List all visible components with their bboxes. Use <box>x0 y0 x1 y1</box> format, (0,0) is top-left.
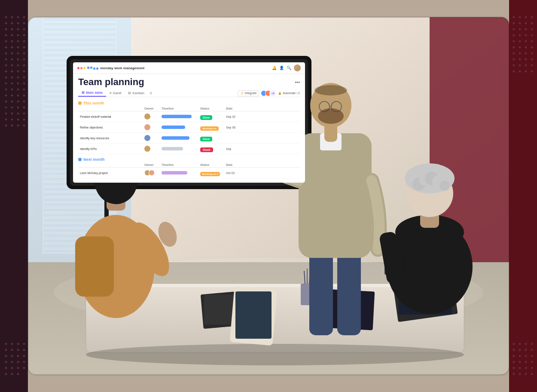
automate-button[interactable]: 🔒 Automate / 2 <box>278 92 300 95</box>
status-badge: Working on <box>200 126 219 131</box>
svg-point-96 <box>11 367 13 369</box>
svg-point-4 <box>11 16 13 18</box>
svg-point-97 <box>17 367 19 369</box>
col-owner: Owner <box>143 107 160 110</box>
avatar <box>294 64 301 71</box>
svg-point-79 <box>5 343 7 345</box>
svg-point-155 <box>513 361 515 363</box>
svg-point-61 <box>17 101 19 103</box>
svg-point-160 <box>519 367 521 369</box>
svg-point-64 <box>11 107 13 109</box>
svg-point-133 <box>525 58 527 61</box>
svg-point-145 <box>525 343 527 345</box>
svg-point-139 <box>513 70 515 73</box>
tab-gantt[interactable]: ≡ Gantt <box>106 90 125 96</box>
svg-point-81 <box>17 343 19 345</box>
tab-add[interactable]: + <box>148 90 154 96</box>
svg-point-45 <box>17 77 19 79</box>
gantt-icon: ≡ <box>110 91 112 95</box>
status-badge: Working on it <box>200 172 220 176</box>
svg-point-91 <box>5 361 7 363</box>
search-icon[interactable]: 🔍 <box>287 66 291 70</box>
svg-point-149 <box>525 349 527 351</box>
svg-point-21 <box>17 40 19 43</box>
svg-point-56 <box>11 95 13 97</box>
avatar-count: +2 <box>269 90 276 96</box>
svg-point-12 <box>11 28 13 31</box>
more-options-icon[interactable]: ••• <box>295 80 300 85</box>
svg-point-6 <box>23 16 25 18</box>
table-row: Finalize kickoff material Done Sep 02 <box>78 111 300 122</box>
svg-point-11 <box>5 28 7 31</box>
task-name: Leon McGary project <box>78 171 143 175</box>
col-owner-nm: Owner <box>143 163 160 166</box>
person-icon[interactable]: 👤 <box>279 66 284 70</box>
svg-point-140 <box>519 70 521 73</box>
svg-point-85 <box>17 349 19 351</box>
svg-point-77 <box>17 125 19 127</box>
bell-icon[interactable]: 🔔 <box>272 66 277 70</box>
integrate-icon: ⚡ <box>240 92 244 95</box>
app-logo: monday work management <box>77 66 144 70</box>
task-name: Identify key resources <box>78 136 143 141</box>
status-cell: Working on <box>198 122 224 132</box>
svg-point-162 <box>531 367 533 369</box>
svg-point-75 <box>5 125 7 127</box>
svg-point-121 <box>525 40 527 43</box>
svg-point-92 <box>11 361 13 363</box>
svg-point-147 <box>513 349 515 351</box>
svg-point-80 <box>11 343 13 345</box>
svg-point-156 <box>519 361 521 363</box>
group-next-month: Next month Owner Timeline Status Date Le… <box>78 156 300 178</box>
svg-point-109 <box>525 22 527 24</box>
svg-point-132 <box>519 58 521 61</box>
svg-point-44 <box>11 77 13 79</box>
svg-point-65 <box>17 107 19 109</box>
svg-point-125 <box>525 46 527 49</box>
svg-point-118 <box>531 34 533 37</box>
svg-rect-232 <box>235 291 272 339</box>
svg-point-48 <box>11 83 13 85</box>
svg-point-42 <box>23 70 25 73</box>
svg-point-144 <box>519 343 521 345</box>
col-timeline-nm: Timeline <box>160 163 198 166</box>
svg-point-159 <box>513 367 515 369</box>
svg-point-47 <box>5 83 7 85</box>
svg-point-86 <box>23 349 25 351</box>
svg-point-127 <box>513 52 515 55</box>
date-cell <box>224 137 244 139</box>
svg-point-137 <box>525 64 527 67</box>
svg-point-138 <box>531 64 533 67</box>
svg-point-148 <box>519 349 521 351</box>
automate-label: Automate / 2 <box>283 92 300 95</box>
tab-main-table[interactable]: ⊞ Main table <box>78 89 106 97</box>
svg-point-24 <box>11 46 13 49</box>
svg-point-66 <box>23 107 25 109</box>
svg-point-165 <box>525 373 527 375</box>
integrate-button[interactable]: ⚡ Integrate <box>238 90 259 96</box>
status-cell: Done <box>198 112 224 121</box>
svg-point-228 <box>86 344 464 365</box>
header-icons: 🔔 👤 🔍 <box>272 64 301 71</box>
svg-rect-172 <box>43 22 116 26</box>
svg-point-131 <box>513 58 515 61</box>
svg-point-157 <box>525 361 527 363</box>
col-timeline: Timeline <box>160 107 198 110</box>
owner-cell <box>143 169 160 177</box>
svg-rect-173 <box>43 28 116 31</box>
svg-point-59 <box>5 101 7 103</box>
col-date: Date <box>224 107 244 110</box>
svg-point-255 <box>318 108 344 124</box>
tab-kanban[interactable]: ⊟ Kanban <box>125 90 148 96</box>
svg-point-84 <box>11 349 13 351</box>
svg-point-36 <box>11 64 13 67</box>
svg-point-14 <box>23 28 25 31</box>
svg-point-141 <box>525 70 527 73</box>
svg-point-87 <box>5 355 7 357</box>
svg-point-143 <box>513 343 515 345</box>
svg-rect-247 <box>337 249 361 335</box>
svg-point-20 <box>11 40 13 43</box>
svg-point-35 <box>5 64 7 67</box>
svg-point-117 <box>525 34 527 37</box>
svg-point-43 <box>5 77 7 79</box>
